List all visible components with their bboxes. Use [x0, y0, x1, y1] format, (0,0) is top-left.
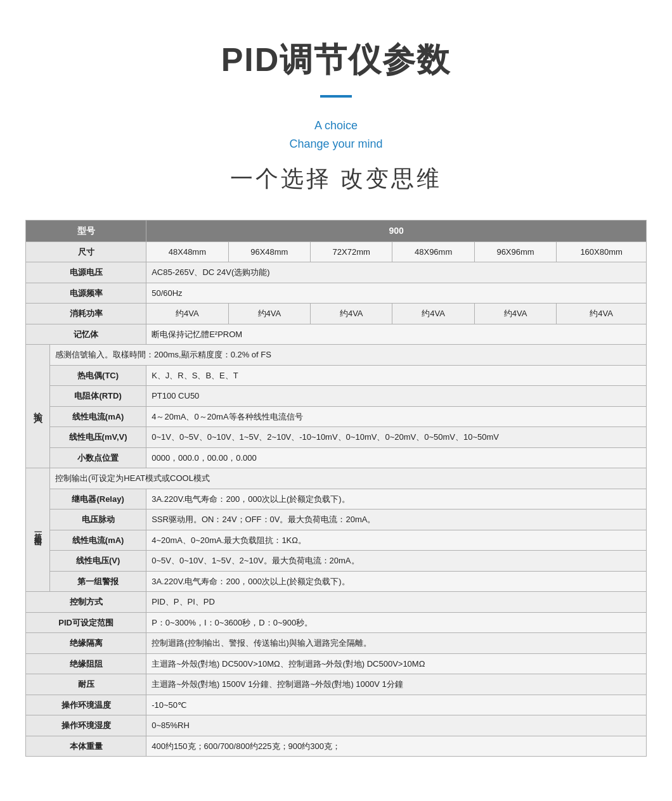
row-label: 操作环境温度: [26, 695, 146, 715]
divider: [320, 95, 352, 98]
row-label: 尺寸: [26, 241, 146, 262]
table-row: 电阻体(RTD) PT100 CU50: [26, 386, 647, 407]
row-value: 约4VA: [311, 304, 392, 324]
row-value: K、J、R、S、B、E、T: [146, 365, 647, 386]
row-label: 小数点位置: [50, 447, 146, 468]
subtitle-line1: A choice: [25, 117, 647, 135]
row-value: -10~50℃: [146, 695, 647, 715]
subtitle-line2: Change your mind: [25, 135, 647, 153]
row-value: 约4VA: [146, 304, 228, 324]
table-row: PID可设定范围 P：0~300%，I：0~3600秒，D：0~900秒。: [26, 612, 647, 633]
row-note: 控制输出(可设定为HEAT模式或COOL模式: [50, 468, 647, 489]
row-label: 记忆体: [26, 324, 146, 345]
row-label: 线性电压(V): [50, 551, 146, 572]
table-row: 操作环境温度 -10~50℃: [26, 695, 647, 715]
table-row: 电源电压 AC85-265V、DC 24V(选购功能): [26, 262, 647, 283]
table-row: 小数点位置 0000，000.0，00.00，0.000: [26, 447, 647, 468]
row-label: 电压脉动: [50, 509, 146, 530]
row-label: 线性电流(mA): [50, 530, 146, 551]
col-header-left: 型号: [26, 220, 146, 241]
row-label: 热电偶(TC): [50, 365, 146, 386]
row-value: 约4VA: [474, 304, 556, 324]
table-row: 耐压 主迴路~外殼(對地) 1500V 1分鐘、控制迴路~外殼(對地) 1000…: [26, 674, 647, 695]
row-value: 48X48mm: [146, 241, 228, 262]
row-label: 绝缘阻阻: [26, 653, 146, 674]
row-value: 96X48mm: [228, 241, 310, 262]
table-row: 线性电压(V) 0~5V、0~10V、1~5V、2~10V。最大负荷电流：20m…: [26, 551, 647, 572]
row-value: 400约150克；600/700/800约225克；900约300克；: [146, 736, 647, 757]
row-label: 电源电压: [26, 262, 146, 283]
table-row: 记忆体 断电保持记忆體E²PROM: [26, 324, 647, 345]
row-value: P：0~300%，I：0~3600秒，D：0~900秒。: [146, 612, 647, 633]
row-value: 0~5V、0~10V、1~5V、2~10V。最大负荷电流：20mA。: [146, 551, 647, 572]
row-value: 4～20mA、0～20mA等各种线性电流信号: [146, 406, 647, 427]
row-value: 控制迴路(控制输出、警报、传送输出)與输入迴路完全隔離。: [146, 633, 647, 654]
row-value: AC85-265V、DC 24V(选购功能): [146, 262, 647, 283]
row-label: PID可设定范围: [26, 612, 146, 633]
row-label: 线性电流(mA): [50, 406, 146, 427]
table-row: 热电偶(TC) K、J、R、S、B、E、T: [26, 365, 647, 386]
page-title: PID调节仪参数: [25, 38, 647, 82]
section-label-output: 第一组输出: [26, 468, 50, 592]
table-row: 第一组警报 3A.220V.电气寿命：200，000次以上(於额定负载下)。: [26, 571, 647, 592]
table-row: 消耗功率 约4VA 约4VA 约4VA 约4VA 约4VA 约4VA: [26, 304, 647, 324]
row-value: 约4VA: [392, 304, 474, 324]
row-label: 操作环境湿度: [26, 715, 146, 736]
spec-table-container: 型号 900 尺寸 48X48mm 96X48mm 72X72mm 48X96m…: [25, 220, 647, 757]
subtitle-chinese: 一个选择 改变思维: [25, 163, 647, 195]
row-label: 继电器(Relay): [50, 489, 146, 509]
row-value: 0000，000.0，00.00，0.000: [146, 447, 647, 468]
table-row: 电源频率 50/60Hz: [26, 283, 647, 304]
row-value: 96X96mm: [474, 241, 556, 262]
row-value: 0~1V、0~5V、0~10V、1~5V、2~10V、-10~10mV、0~10…: [146, 427, 647, 448]
row-value: 3A.220V.电气寿命：200，000次以上(於额定负载下)。: [146, 571, 647, 592]
table-header-row: 型号 900: [26, 220, 647, 241]
row-label: 本体重量: [26, 736, 146, 757]
row-label: 线性电压(mV,V): [50, 427, 146, 448]
table-row: 控制方式 PID、P、PI、PD: [26, 592, 647, 613]
table-row: 线性电压(mV,V) 0~1V、0~5V、0~10V、1~5V、2~10V、-1…: [26, 427, 647, 448]
table-row: 线性电流(mA) 4~20mA、0~20mA.最大负载阻抗：1KΩ。: [26, 530, 647, 551]
table-row-input-note: 输入 感测信號输入。取樣時間：200ms,顯示精度度：0.2% of FS: [26, 345, 647, 366]
row-value: PT100 CU50: [146, 386, 647, 407]
row-value: 主迴路~外殼(對地) 1500V 1分鐘、控制迴路~外殼(對地) 1000V 1…: [146, 674, 647, 695]
table-row: 操作环境湿度 0~85%RH: [26, 715, 647, 736]
row-value: 160X80mm: [557, 241, 647, 262]
table-row: 本体重量 400约150克；600/700/800约225克；900约300克；: [26, 736, 647, 757]
row-value: 72X72mm: [311, 241, 392, 262]
row-value: PID、P、PI、PD: [146, 592, 647, 613]
row-value: 主迴路~外殼(對地) DC500V>10MΩ、控制迴路~外殼(對地) DC500…: [146, 653, 647, 674]
row-label: 控制方式: [26, 592, 146, 613]
row-value: 50/60Hz: [146, 283, 647, 304]
row-label: 消耗功率: [26, 304, 146, 324]
row-label: 电源频率: [26, 283, 146, 304]
subtitle-english: A choice Change your mind: [25, 117, 647, 153]
row-label: 第一组警报: [50, 571, 146, 592]
row-value: 断电保持记忆體E²PROM: [146, 324, 647, 345]
row-label: 耐压: [26, 674, 146, 695]
spec-table: 型号 900 尺寸 48X48mm 96X48mm 72X72mm 48X96m…: [25, 220, 647, 757]
row-note: 感测信號输入。取樣時間：200ms,顯示精度度：0.2% of FS: [50, 345, 647, 366]
row-value: SSR驱动用。ON：24V；OFF：0V。最大负荷电流：20mA。: [146, 509, 647, 530]
row-value: 约4VA: [228, 304, 310, 324]
row-label: 电阻体(RTD): [50, 386, 146, 407]
row-value: 约4VA: [557, 304, 647, 324]
table-row: 继电器(Relay) 3A.220V.电气寿命：200，000次以上(於额定负载…: [26, 489, 647, 509]
row-value: 48X96mm: [392, 241, 474, 262]
table-row: 绝缘阻阻 主迴路~外殼(對地) DC500V>10MΩ、控制迴路~外殼(對地) …: [26, 653, 647, 674]
table-row: 尺寸 48X48mm 96X48mm 72X72mm 48X96mm 96X96…: [26, 241, 647, 262]
row-value: 4~20mA、0~20mA.最大负载阻抗：1KΩ。: [146, 530, 647, 551]
row-label: 绝缘隔离: [26, 633, 146, 654]
table-row: 线性电流(mA) 4～20mA、0～20mA等各种线性电流信号: [26, 406, 647, 427]
row-value: 3A.220V.电气寿命：200，000次以上(於额定负载下)。: [146, 489, 647, 509]
table-row-output-note: 第一组输出 控制输出(可设定为HEAT模式或COOL模式: [26, 468, 647, 489]
row-value: 0~85%RH: [146, 715, 647, 736]
table-row: 绝缘隔离 控制迴路(控制输出、警报、传送输出)與输入迴路完全隔離。: [26, 633, 647, 654]
section-label-input: 输入: [26, 345, 50, 468]
table-row: 电压脉动 SSR驱动用。ON：24V；OFF：0V。最大负荷电流：20mA。: [26, 509, 647, 530]
col-header-right: 900: [146, 220, 647, 241]
